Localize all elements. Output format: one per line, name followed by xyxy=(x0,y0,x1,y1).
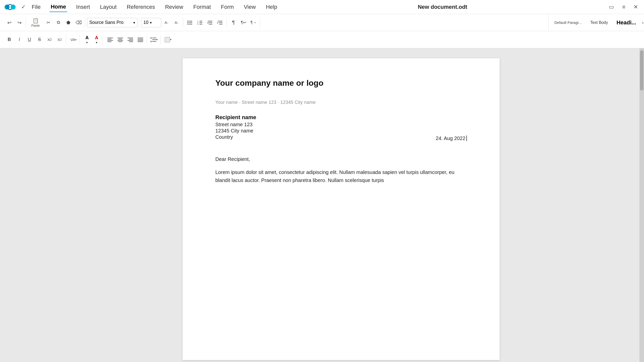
scrollbar-thumb[interactable] xyxy=(640,50,643,90)
undo-redo-group: ↩ ↪ xyxy=(3,18,26,27)
line-spacing-dropdown-icon: ▾ xyxy=(156,38,158,41)
font-size-selector[interactable]: 10 ▾ xyxy=(141,18,161,27)
menu-view[interactable]: View xyxy=(243,2,257,12)
style-default-paragraph[interactable]: Default Paragr... xyxy=(551,16,585,29)
font-shrink-button[interactable]: A↓ xyxy=(172,18,181,27)
toolbar-row-1: ↩ ↪ 📋 Paste ✂ ⧉ ⬟ ⌫ Source Sans Pro ▾ 10… xyxy=(0,14,644,31)
recipient-country[interactable]: Country xyxy=(215,134,467,140)
address-dot-1: · xyxy=(239,100,240,105)
menu-layout[interactable]: Layout xyxy=(99,2,118,12)
style-text-body[interactable]: Text Body xyxy=(586,16,612,29)
color-group: A ▾ A ▾ xyxy=(81,35,103,44)
strikethrough-button[interactable]: S xyxy=(35,35,44,44)
font-family-selector[interactable]: Source Sans Pro ▾ xyxy=(87,18,137,27)
bullet-list-button[interactable] xyxy=(185,18,195,27)
menu-file[interactable]: File xyxy=(31,2,42,12)
font-grow-button[interactable]: A↑ xyxy=(162,18,171,27)
menu-review[interactable]: Review xyxy=(164,2,184,12)
align-center-button[interactable] xyxy=(115,35,125,44)
decrease-indent-button[interactable] xyxy=(205,18,215,27)
font-name-label: Source Sans Pro xyxy=(89,20,132,25)
menu-form[interactable]: Form xyxy=(220,2,235,12)
char-group: VA▾ xyxy=(67,35,80,44)
para-bg-group: ▾ xyxy=(162,35,174,44)
svg-point-7 xyxy=(187,24,188,25)
svg-text:3.: 3. xyxy=(197,23,199,25)
greeting-text[interactable]: Dear Recipient, xyxy=(215,156,467,162)
svg-rect-44 xyxy=(165,37,170,42)
menu-help[interactable]: Help xyxy=(265,2,278,12)
bold-button[interactable]: B xyxy=(5,35,14,44)
number-list-button[interactable]: 1.2.3. xyxy=(195,18,205,27)
paragraph-background-button[interactable]: ▾ xyxy=(163,35,173,44)
align-left-button[interactable] xyxy=(105,35,115,44)
toolbar-row-2: B I U S X2 X2 VA▾ A ▾ A ▾ xyxy=(0,31,644,48)
menu-insert[interactable]: Insert xyxy=(75,2,91,12)
menu-bar: File Home Insert Layout References Revie… xyxy=(31,2,278,12)
style-panel: Default Paragr... Text Body Headi... › H… xyxy=(548,14,644,31)
clear-format-button[interactable]: ⌫ xyxy=(74,18,83,27)
maximize-button[interactable]: ▭ xyxy=(607,3,616,11)
font-color-dropdown-icon: ▾ xyxy=(96,41,97,44)
app-logo xyxy=(4,1,16,13)
svg-point-5 xyxy=(187,22,188,23)
menu-home[interactable]: Home xyxy=(50,2,67,12)
clone-format-button[interactable]: ⬟ xyxy=(64,18,73,27)
company-name[interactable]: Your company name or logo xyxy=(215,78,467,88)
title-bar: ✓ File Home Insert Layout References Rev… xyxy=(0,0,644,14)
cut-button[interactable]: ✂ xyxy=(44,18,53,27)
alignment-group xyxy=(104,35,147,44)
font-dropdown-icon: ▾ xyxy=(133,21,135,25)
subscript-button[interactable]: X2 xyxy=(45,35,54,44)
font-family-group: Source Sans Pro ▾ xyxy=(86,18,139,27)
close-button[interactable]: ✕ xyxy=(631,3,640,11)
font-color-button[interactable]: A ▾ xyxy=(92,35,101,44)
paragraph-mark-button[interactable]: ¶ xyxy=(229,18,238,27)
text-format-group: B I U S X2 X2 xyxy=(3,35,66,44)
copy-button[interactable]: ⧉ xyxy=(54,18,63,27)
font-color-letter: A xyxy=(95,35,98,40)
address-line: Your name · Street name 123 · 12345 City… xyxy=(215,100,467,105)
svg-marker-43 xyxy=(151,40,152,42)
recipient-street[interactable]: Street name 123 xyxy=(215,122,467,127)
document-title: New document.odt xyxy=(281,4,604,10)
paste-button[interactable]: 📋 Paste xyxy=(28,18,43,27)
char-spacing-button[interactable]: VA▾ xyxy=(69,35,78,44)
style-heading[interactable]: Headi... xyxy=(613,16,640,29)
justify-button[interactable] xyxy=(136,35,145,44)
paste-label: Paste xyxy=(31,24,39,27)
recipient-city[interactable]: 12345 City name xyxy=(215,128,467,134)
highlight-letter: A xyxy=(86,35,89,40)
svg-point-3 xyxy=(187,21,188,22)
increase-indent-button[interactable] xyxy=(215,18,225,27)
recipient-block: Recipient name Street name 123 12345 Cit… xyxy=(215,114,467,140)
redo-button[interactable]: ↪ xyxy=(15,18,24,27)
paragraph-rtl-button[interactable]: ¶↩ xyxy=(239,18,248,27)
clipboard-group: 📋 Paste ✂ ⧉ ⬟ ⌫ xyxy=(26,18,85,27)
italic-button[interactable]: I xyxy=(15,35,24,44)
font-size-group: 10 ▾ A↑ A↓ xyxy=(140,18,183,27)
superscript-button[interactable]: X2 xyxy=(55,35,64,44)
document-area[interactable]: Your company name or logo Your name · St… xyxy=(43,48,639,362)
window-controls: ▭ ≡ ✕ xyxy=(607,3,640,11)
sender-name: Your name xyxy=(215,100,238,105)
undo-button[interactable]: ↩ xyxy=(5,18,14,27)
paragraph-group: ¶ ¶↩ ¶→ xyxy=(227,18,260,27)
list-group: 1.2.3. xyxy=(184,18,227,27)
align-right-button[interactable] xyxy=(126,35,135,44)
sidebar-toggle-button[interactable]: ≡ xyxy=(620,3,627,11)
menu-references[interactable]: References xyxy=(126,2,156,12)
style-panel-chevron[interactable]: › xyxy=(641,19,644,26)
recipient-name[interactable]: Recipient name xyxy=(215,114,467,121)
highlight-color-button[interactable]: A ▾ xyxy=(83,35,92,44)
svg-marker-22 xyxy=(217,22,218,24)
document-page[interactable]: Your company name or logo Your name · St… xyxy=(183,58,500,360)
check-icon[interactable]: ✓ xyxy=(21,4,26,10)
body-text[interactable]: Lorem ipsum dolor sit amet, consectetur … xyxy=(215,168,467,184)
menu-format[interactable]: Format xyxy=(192,2,212,12)
paragraph-end-button[interactable]: ¶→ xyxy=(249,18,258,27)
paste-icon: 📋 xyxy=(32,18,39,24)
scrollbar-area[interactable] xyxy=(639,48,644,362)
underline-button[interactable]: U xyxy=(25,35,34,44)
line-spacing-button[interactable]: ▾ xyxy=(149,35,159,44)
